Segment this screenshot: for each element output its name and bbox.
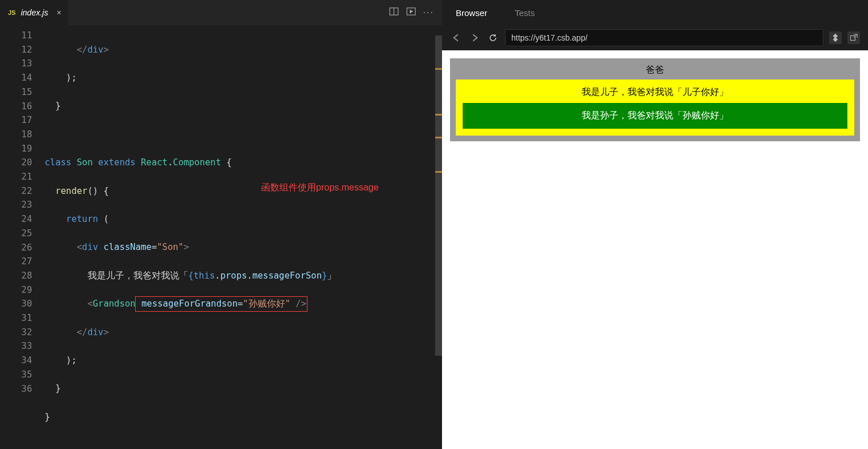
code-body[interactable]: </div> ); } class Son extends React.Comp… (45, 29, 442, 449)
grandson-label: 我是孙子，我爸对我说「孙贼你好」 (582, 110, 728, 120)
line-num: 23 (0, 198, 32, 212)
line-num: 36 (0, 382, 32, 396)
son-label: 我是儿子，我爸对我说「儿子你好」 (463, 86, 847, 103)
line-num: 17 (0, 113, 32, 128)
address-bar[interactable]: https://y6t17.csb.app/ (505, 29, 823, 46)
close-icon[interactable]: × (57, 8, 61, 17)
line-num: 31 (0, 311, 32, 325)
line-num: 13 (0, 57, 32, 71)
url-text: https://y6t17.csb.app/ (511, 33, 587, 42)
line-gutter: 11 12 13 14 15 16 17 18 19 20 21 22 23 2… (0, 29, 45, 449)
father-box: 爸爸 我是儿子，我爸对我说「儿子你好」 我是孙子，我爸对我说「孙贼你好」 (450, 58, 860, 141)
line-num: 11 (0, 29, 32, 43)
tab-label: index.js (21, 8, 48, 17)
line-num: 18 (0, 128, 32, 142)
editor-pane: JS index.js × ··· 11 12 13 14 15 16 17 1… (0, 0, 442, 449)
tab-browser[interactable]: Browser (456, 8, 487, 18)
line-num: 15 (0, 85, 32, 100)
line-num: 16 (0, 100, 32, 114)
line-num: 33 (0, 339, 32, 353)
line-num: 26 (0, 241, 32, 255)
line-num: 14 (0, 71, 32, 85)
editor-tabs-bar: JS index.js × ··· (0, 0, 442, 25)
open-external-icon[interactable] (847, 31, 860, 44)
preview-tabs: Browser Tests (442, 0, 868, 25)
line-num: 25 (0, 227, 32, 241)
line-num: 34 (0, 353, 32, 368)
forward-icon[interactable] (468, 31, 481, 44)
vertical-scrollbar[interactable] (435, 25, 442, 449)
line-num: 28 (0, 269, 32, 283)
annotation-text: 函数组件使用props.message (261, 181, 378, 195)
browser-toolbar: https://y6t17.csb.app/ (442, 25, 868, 50)
editor-actions: ··· (381, 0, 442, 25)
js-file-icon: JS (7, 9, 17, 17)
tab-tests[interactable]: Tests (515, 8, 535, 18)
run-preview-icon[interactable] (406, 6, 416, 19)
more-icon[interactable]: ··· (423, 7, 434, 18)
line-num: 30 (0, 297, 32, 311)
son-box: 我是儿子，我爸对我说「儿子你好」 我是孙子，我爸对我说「孙贼你好」 (456, 80, 854, 136)
back-icon[interactable] (450, 31, 463, 44)
code-editor[interactable]: 11 12 13 14 15 16 17 18 19 20 21 22 23 2… (0, 25, 442, 449)
svg-rect-6 (851, 36, 855, 41)
svg-rect-5 (833, 37, 838, 42)
line-num: 35 (0, 368, 32, 382)
line-num: 32 (0, 325, 32, 340)
tab-index-js[interactable]: JS index.js × (0, 0, 68, 25)
line-num: 27 (0, 255, 32, 269)
grandson-box: 我是孙子，我爸对我说「孙贼你好」 (463, 103, 847, 129)
svg-marker-3 (409, 10, 413, 14)
browser-viewport[interactable]: 爸爸 我是儿子，我爸对我说「儿子你好」 我是孙子，我爸对我说「孙贼你好」 (442, 50, 868, 449)
line-num: 24 (0, 212, 32, 227)
line-num: 21 (0, 170, 32, 184)
line-num: 12 (0, 43, 32, 57)
codesandbox-icon[interactable] (829, 31, 842, 44)
split-editor-icon[interactable] (389, 6, 399, 19)
highlight-box: messageForGrandson="孙贼你好" /> (135, 296, 307, 312)
line-num: 22 (0, 184, 32, 198)
preview-pane: Browser Tests https://y6t17.csb.app/ 爸爸 (442, 0, 868, 449)
line-num: 20 (0, 156, 32, 170)
line-num: 19 (0, 142, 32, 156)
line-num: 29 (0, 283, 32, 297)
father-label: 爸爸 (456, 64, 854, 80)
reload-icon[interactable] (487, 31, 499, 44)
